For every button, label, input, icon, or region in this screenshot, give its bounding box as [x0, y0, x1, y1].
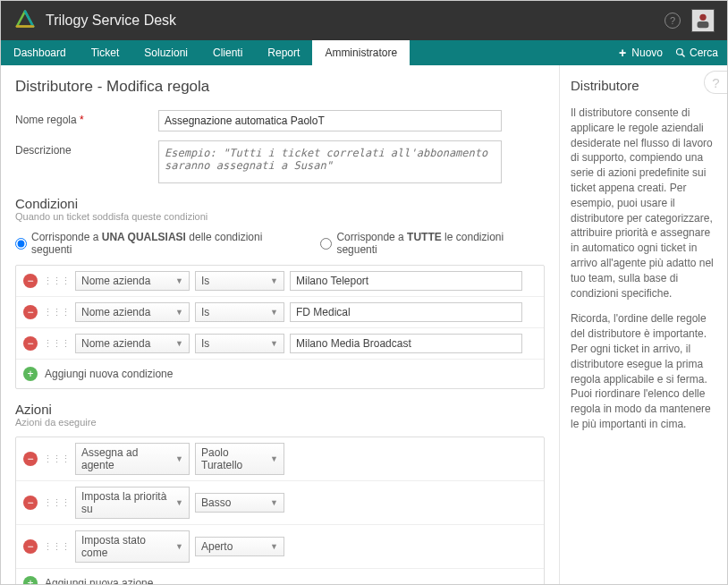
- chevron-down-icon: ▼: [175, 498, 183, 507]
- drag-handle-icon[interactable]: ⋮⋮⋮: [43, 497, 70, 509]
- help-icon[interactable]: ?: [665, 13, 681, 29]
- nav-ticket[interactable]: Ticket: [79, 40, 132, 65]
- sidebar-heading: Distributore: [571, 78, 716, 93]
- conditions-box: − ⋮⋮⋮ Nome azienda▼ Is▼ − ⋮⋮⋮ Nome azien…: [15, 265, 545, 389]
- topbar: Trilogy Service Desk ?: [1, 1, 727, 40]
- radio-all[interactable]: Corrisponde a TUTTE le condizioni seguen…: [320, 231, 545, 256]
- radio-any[interactable]: Corrisponde a UNA QUALSIASI delle condiz…: [15, 231, 302, 256]
- chevron-down-icon: ▼: [175, 454, 183, 463]
- condition-field-select[interactable]: Nome azienda▼: [75, 334, 190, 353]
- remove-condition-button[interactable]: −: [23, 305, 38, 319]
- remove-action-button[interactable]: −: [23, 452, 38, 466]
- action-field-select[interactable]: Imposta stato come▼: [75, 530, 190, 563]
- actions-box: − ⋮⋮⋮ Assegna ad agente▼ Paolo Turatello…: [15, 437, 545, 584]
- app-title: Trilogy Service Desk: [46, 13, 176, 29]
- condition-field-select[interactable]: Nome azienda▼: [75, 271, 190, 291]
- svg-line-3: [681, 55, 684, 57]
- conditions-heading: Condizioni: [15, 196, 545, 211]
- actions-sub: Azioni da eseguire: [15, 417, 545, 428]
- action-row: − ⋮⋮⋮ Imposta la priorità su▼ Basso▼: [16, 481, 544, 525]
- nav-clienti[interactable]: Clienti: [200, 40, 255, 65]
- svg-point-2: [676, 49, 682, 55]
- chevron-down-icon: ▼: [175, 276, 183, 285]
- action-row: − ⋮⋮⋮ Imposta stato come▼ Aperto▼: [16, 525, 544, 569]
- condition-row: − ⋮⋮⋮ Nome azienda▼ Is▼: [16, 266, 544, 297]
- main-content: Distributore - Modifica regola Nome rego…: [1, 65, 559, 584]
- logo-icon: [13, 9, 37, 32]
- sidebar-paragraph: Il distributore consente di applicare le…: [571, 106, 716, 301]
- chevron-down-icon: ▼: [270, 498, 278, 507]
- remove-action-button[interactable]: −: [23, 496, 38, 510]
- drag-handle-icon[interactable]: ⋮⋮⋮: [43, 454, 70, 465]
- description-label: Descrizione: [15, 140, 158, 157]
- add-condition-row[interactable]: + Aggiungi nuova condizione: [16, 360, 544, 388]
- action-field-select[interactable]: Assegna ad agente▼: [75, 443, 190, 475]
- action-value-select[interactable]: Aperto▼: [195, 537, 284, 556]
- condition-op-select[interactable]: Is▼: [195, 302, 284, 322]
- avatar[interactable]: [691, 9, 715, 32]
- rule-name-input[interactable]: [158, 110, 502, 131]
- condition-value-input[interactable]: [290, 302, 522, 322]
- svg-point-0: [699, 14, 706, 21]
- chevron-down-icon: ▼: [175, 542, 183, 551]
- sidebar: ? Distributore Il distributore consente …: [559, 65, 727, 584]
- chevron-down-icon: ▼: [270, 454, 278, 463]
- action-value-select[interactable]: Basso▼: [195, 493, 284, 513]
- drag-handle-icon[interactable]: ⋮⋮⋮: [43, 307, 70, 318]
- chevron-down-icon: ▼: [270, 276, 278, 285]
- drag-handle-icon[interactable]: ⋮⋮⋮: [43, 338, 70, 350]
- nav-dashboard[interactable]: Dashboard: [1, 40, 79, 65]
- action-value-select[interactable]: Paolo Turatello▼: [195, 443, 284, 475]
- action-row: − ⋮⋮⋮ Assegna ad agente▼ Paolo Turatello…: [16, 437, 544, 481]
- conditions-sub: Quando un ticket soddisfa queste condizi…: [15, 211, 545, 222]
- add-condition-label: Aggiungi nuova condizione: [45, 368, 173, 380]
- name-label: Nome regola *: [15, 110, 158, 126]
- remove-condition-button[interactable]: −: [23, 274, 38, 288]
- condition-op-select[interactable]: Is▼: [195, 271, 284, 291]
- action-field-select[interactable]: Imposta la priorità su▼: [75, 487, 190, 519]
- sidebar-paragraph: Ricorda, l'ordine delle regole del distr…: [571, 311, 716, 431]
- chevron-down-icon: ▼: [270, 542, 278, 551]
- remove-condition-button[interactable]: −: [23, 336, 38, 351]
- condition-value-input[interactable]: [290, 271, 522, 291]
- chevron-down-icon: ▼: [270, 308, 278, 317]
- navbar: Dashboard Ticket Soluzioni Clienti Repor…: [1, 40, 727, 65]
- remove-action-button[interactable]: −: [23, 539, 38, 554]
- new-button[interactable]: +Nuovo: [619, 46, 663, 60]
- condition-row: − ⋮⋮⋮ Nome azienda▼ Is▼: [16, 297, 544, 328]
- svg-rect-1: [698, 21, 709, 28]
- add-action-row[interactable]: + Aggiungi nuova azione: [16, 569, 544, 584]
- chevron-down-icon: ▼: [270, 339, 278, 348]
- nav-amministratore[interactable]: Amministratore: [312, 40, 410, 65]
- search-button[interactable]: Cerca: [675, 47, 718, 59]
- condition-row: − ⋮⋮⋮ Nome azienda▼ Is▼: [16, 328, 544, 360]
- search-icon: [675, 47, 686, 58]
- page-title: Distributore - Modifica regola: [15, 78, 545, 96]
- chevron-down-icon: ▼: [175, 308, 183, 317]
- description-input[interactable]: [158, 140, 502, 183]
- help-tab-icon[interactable]: ?: [704, 71, 727, 94]
- nav-soluzioni[interactable]: Soluzioni: [131, 40, 200, 65]
- condition-value-input[interactable]: [290, 334, 522, 353]
- drag-handle-icon[interactable]: ⋮⋮⋮: [43, 541, 70, 553]
- actions-heading: Azioni: [15, 402, 545, 417]
- add-icon: +: [23, 367, 38, 381]
- nav-report[interactable]: Report: [255, 40, 312, 65]
- plus-icon: +: [619, 46, 626, 60]
- condition-op-select[interactable]: Is▼: [195, 334, 284, 353]
- add-icon: +: [23, 576, 38, 584]
- drag-handle-icon[interactable]: ⋮⋮⋮: [43, 276, 70, 287]
- condition-field-select[interactable]: Nome azienda▼: [75, 302, 190, 322]
- add-action-label: Aggiungi nuova azione: [45, 577, 153, 584]
- chevron-down-icon: ▼: [175, 339, 183, 348]
